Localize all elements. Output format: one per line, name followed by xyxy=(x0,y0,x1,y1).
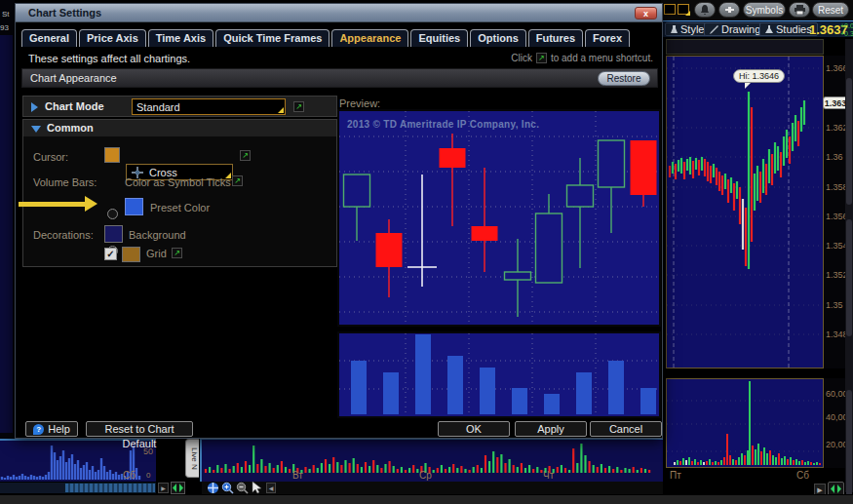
section-header: Chart Appearance Restore xyxy=(21,68,658,88)
tab-quick-time-frames[interactable]: Quick Time Frames xyxy=(215,29,330,47)
tab-general[interactable]: General xyxy=(21,29,77,47)
preview-volume-chart xyxy=(337,331,661,418)
reset-to-default-button[interactable]: Reset to Chart Default xyxy=(86,421,193,437)
h-scrollbar-thumb[interactable] xyxy=(64,483,156,493)
price-axis-tick-label: 1.35 xyxy=(826,300,843,310)
info-shortcut-hint: Click ↗ to add a menu shortcut. xyxy=(511,53,653,63)
tab-price-axis[interactable]: Price Axis xyxy=(79,29,146,47)
background-option-label: Background xyxy=(129,229,186,241)
tab-appearance[interactable]: Appearance xyxy=(331,29,408,47)
expand-right-icon[interactable] xyxy=(31,102,38,112)
menu-shortcut-icon[interactable]: ↗ xyxy=(172,248,182,258)
cursor-color-swatch[interactable] xyxy=(104,147,120,163)
annotation-arrow-head xyxy=(85,196,97,212)
common-header[interactable]: Common xyxy=(23,120,336,136)
style-icon xyxy=(671,25,678,34)
background-color-swatch[interactable] xyxy=(104,225,123,243)
symbol-ticks-radio[interactable] xyxy=(107,209,118,219)
left-time-label: Сб xyxy=(123,470,136,481)
menu-shortcut-icon: ↗ xyxy=(536,53,547,63)
help-label: Help xyxy=(48,422,70,437)
volume-panel[interactable] xyxy=(666,378,824,468)
symbols-button[interactable]: Symbols xyxy=(743,2,786,18)
collapse-left-button[interactable]: ◀ xyxy=(266,483,276,493)
help-button[interactable]: ? Help xyxy=(25,421,78,437)
pencil-icon xyxy=(710,25,718,34)
cursor-arrow-icon xyxy=(251,482,262,494)
zoom-out-icon xyxy=(236,482,249,494)
dialog-title: Chart Settings xyxy=(28,7,101,19)
chart-toolbar: Style Drawings Studies 1.3637 +0.00 +0.3 xyxy=(661,20,853,37)
scrollbar-thumb[interactable] xyxy=(846,219,852,336)
reset-button[interactable]: Reset xyxy=(812,2,849,18)
time-axis-tick-label: Ср xyxy=(419,470,432,481)
preview-label: Preview: xyxy=(339,97,380,109)
color-swatch-a[interactable] xyxy=(664,4,676,15)
top-toolbar: Symbols Reset xyxy=(661,0,853,21)
left-histogram-canvas xyxy=(0,443,142,482)
close-button[interactable]: x xyxy=(635,7,657,19)
preview-candle-canvas xyxy=(339,111,659,325)
common-title: Common xyxy=(47,122,94,134)
hi-badge: Hi: 1.3646 xyxy=(733,69,785,83)
print-button[interactable] xyxy=(789,2,810,18)
bell-icon xyxy=(700,5,710,15)
tools-button[interactable] xyxy=(718,2,740,18)
left-chart-sliver xyxy=(0,35,13,433)
cursor-label: Cursor: xyxy=(33,151,68,163)
time-axis-tick-label: Вт xyxy=(292,470,303,481)
menu-shortcut-icon[interactable]: ↗ xyxy=(232,175,243,186)
scrollbar-thumb[interactable] xyxy=(846,78,852,205)
tab-equities[interactable]: Equities xyxy=(410,29,468,47)
grid-option-label: Grid xyxy=(146,248,167,259)
printer-icon xyxy=(795,5,805,15)
studies-label: Studies xyxy=(776,23,812,35)
preview-candle-chart: 2013 © TD Ameritrade IP Company, Inc. xyxy=(337,109,661,327)
price-axis-tick-label: 1.36 xyxy=(826,152,843,162)
scrollbar-thumb[interactable] xyxy=(846,390,852,497)
menu-shortcut-icon[interactable]: ↗ xyxy=(293,101,304,112)
info-rest-label: to add a menu shortcut. xyxy=(551,53,653,63)
dialog-titlebar[interactable]: Chart Settings x xyxy=(16,4,662,22)
pan-tool-button[interactable] xyxy=(207,482,219,494)
cursor-tool-button[interactable] xyxy=(251,482,263,494)
live-news-tab[interactable]: Live N xyxy=(185,439,199,478)
time-axis-tick-label: Сб xyxy=(796,470,809,481)
pan-icon xyxy=(207,482,219,494)
info-text: These settings affect all chartings. xyxy=(28,53,190,64)
tab-futures[interactable]: Futures xyxy=(528,29,583,47)
zoom-out-button[interactable] xyxy=(236,482,249,494)
cancel-button[interactable]: Cancel xyxy=(590,421,662,437)
swatch-corner-triangle xyxy=(685,11,690,16)
app-window: St 93 Symbols Reset Style Drawings xyxy=(0,0,853,504)
preview-watermark: 2013 © TD Ameritrade IP Company, Inc. xyxy=(347,119,539,130)
grid-checkbox[interactable]: ✓ xyxy=(104,248,117,260)
ok-button[interactable]: OK xyxy=(438,421,510,437)
tab-forex[interactable]: Forex xyxy=(585,29,630,47)
symbol-ticks-option-label: Color as Symbol Ticks xyxy=(125,176,231,188)
preset-color-swatch[interactable] xyxy=(125,198,143,215)
apply-button[interactable]: Apply xyxy=(515,421,587,437)
tab-options[interactable]: Options xyxy=(470,29,526,47)
right-scrollbar[interactable] xyxy=(845,39,853,492)
h-scrollbar-track[interactable] xyxy=(0,483,156,493)
zoom-in-button[interactable] xyxy=(221,482,234,494)
h-scroll-right-button[interactable]: ▶ xyxy=(158,483,169,493)
wrench-icon xyxy=(724,5,735,15)
edge-fragment-st: St xyxy=(2,10,10,19)
zoom-in-icon xyxy=(221,482,234,494)
volume-canvas xyxy=(667,379,823,467)
dialog-tabs: GeneralPrice AxisTime AxisQuick Time Fra… xyxy=(21,28,632,47)
main-chart-panel[interactable]: Hi: 1.3646 xyxy=(666,56,824,368)
price-change-1: +0.00 xyxy=(840,22,853,29)
alerts-button[interactable] xyxy=(694,2,716,18)
flask-icon xyxy=(765,25,773,34)
restore-button[interactable]: Restore xyxy=(598,71,650,86)
tab-time-axis[interactable]: Time Axis xyxy=(148,29,213,47)
grid-color-swatch[interactable] xyxy=(122,247,140,262)
annotation-arrow xyxy=(19,202,86,207)
h-zoom-extent-button[interactable] xyxy=(171,482,185,494)
chart-mode-select[interactable]: Standard xyxy=(132,98,286,115)
bottom-app-bar xyxy=(0,494,853,504)
menu-shortcut-icon[interactable]: ↗ xyxy=(240,150,251,161)
